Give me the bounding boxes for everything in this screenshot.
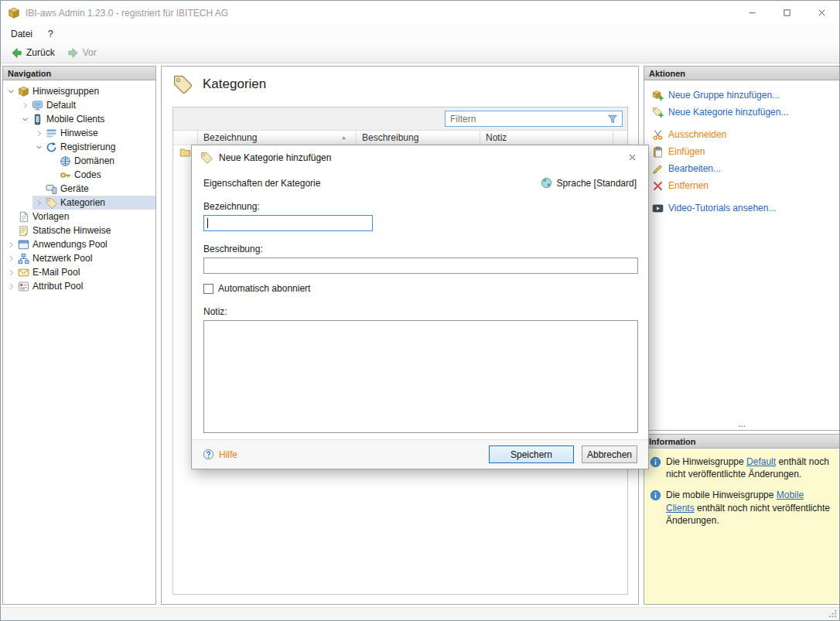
tree-item-mobile-clients[interactable]: Mobile Clients <box>19 112 155 126</box>
tree-item-codes[interactable]: Codes <box>46 168 155 182</box>
notiz-label: Notiz: <box>203 306 637 317</box>
column-header-filler <box>613 131 627 145</box>
bezeichnung-input[interactable] <box>203 215 373 231</box>
chevron-right-icon[interactable] <box>19 99 32 111</box>
save-button[interactable]: Speichern <box>489 445 574 463</box>
mobile-icon <box>32 114 43 125</box>
action-ausschneiden[interactable]: Ausschneiden <box>652 126 839 143</box>
chevron-down-icon[interactable] <box>5 85 18 97</box>
tree-item-kategorien[interactable]: Kategorien <box>32 196 155 210</box>
page-title: Kategorien <box>203 77 266 92</box>
filter-input[interactable] <box>446 114 603 125</box>
filter-icon[interactable] <box>607 114 618 125</box>
grid-header: BezeichnungBeschreibungNotiz <box>173 131 627 145</box>
tree-item-label: Hinweise <box>60 128 98 138</box>
chevron-right-icon[interactable] <box>5 238 18 251</box>
help-link[interactable]: Hilfe <box>203 449 237 460</box>
info-note: Die mobile Hinweisgruppe Mobile Clients … <box>650 489 834 527</box>
chevron-right-icon[interactable] <box>5 280 18 292</box>
beschreibung-input[interactable] <box>203 258 638 274</box>
column-header-notiz[interactable]: Notiz <box>480 131 613 145</box>
tree-item-vorlagen[interactable]: Vorlagen <box>5 210 155 223</box>
actions-panel: Aktionen Neue Gruppe hinzufügen...Neue K… <box>644 66 840 431</box>
tree-item-label: Domänen <box>74 155 114 166</box>
info-text-segment: Die mobile Hinweisgruppe <box>666 490 777 500</box>
menu-bar: Datei ? <box>1 25 839 43</box>
minimize-icon <box>747 8 757 18</box>
automatisch-abonniert-label: Automatisch abonniert <box>218 283 310 294</box>
maximize-button[interactable] <box>770 1 804 25</box>
cancel-button[interactable]: Abbrechen <box>582 445 637 463</box>
minimize-button[interactable] <box>735 1 770 25</box>
column-header-bezeichnung[interactable]: Bezeichnung <box>198 131 357 145</box>
column-header-icon[interactable] <box>173 131 198 145</box>
chevron-down-icon[interactable] <box>19 113 32 125</box>
help-label: Hilfe <box>219 449 237 460</box>
chevron-right-icon[interactable] <box>5 266 18 278</box>
action-bearbeiten[interactable]: Bearbeiten... <box>652 160 839 177</box>
action-neue-gruppe-hinzufügen[interactable]: Neue Gruppe hinzufügen... <box>652 87 839 104</box>
action-einfügen[interactable]: Einfügen <box>652 143 839 160</box>
folder-icon <box>179 147 191 159</box>
group-icon <box>18 86 29 97</box>
help-icon <box>203 449 214 460</box>
info-icon <box>650 490 661 501</box>
actions-list: Neue Gruppe hinzufügen...Neue Kategorie … <box>644 80 839 217</box>
action-label: Neue Kategorie hinzufügen... <box>668 107 788 118</box>
tree-item-attribut-pool[interactable]: Attribut Pool <box>5 279 155 293</box>
info-link[interactable]: Default <box>746 456 776 467</box>
chevron-right-icon[interactable] <box>5 252 18 264</box>
expander-spacer <box>5 210 18 223</box>
tree-item-domänen[interactable]: Domänen <box>46 154 155 168</box>
window-controls <box>735 1 839 25</box>
tree-item-geräte[interactable]: Geräte <box>32 182 155 196</box>
tree-item-label: Mobile Clients <box>46 114 104 125</box>
forward-button[interactable]: Vor <box>62 46 102 60</box>
device-icon <box>46 183 57 195</box>
chevron-down-icon[interactable] <box>32 141 46 153</box>
notiz-input[interactable] <box>203 320 638 433</box>
chevron-right-icon[interactable] <box>32 127 46 139</box>
tree-item-anwendungs-pool[interactable]: Anwendungs Pool <box>5 237 155 251</box>
column-header-beschreibung[interactable]: Beschreibung <box>357 131 480 145</box>
action-neue-kategorie-hinzufügen[interactable]: Neue Kategorie hinzufügen... <box>652 104 839 121</box>
info-note-text: Die Hinweisgruppe Default enthält noch n… <box>666 456 834 480</box>
back-button[interactable]: Zurück <box>5 46 60 60</box>
action-entfernen[interactable]: Entfernen <box>652 177 839 194</box>
text-caret <box>207 218 208 228</box>
tree-item-statische-hinweise[interactable]: Statische Hinweise <box>5 223 155 237</box>
tree-item-registrierung[interactable]: Registrierung <box>32 140 155 154</box>
network-icon <box>18 253 29 264</box>
dialog-title: Neue Kategorie hinzufügen <box>219 152 331 163</box>
menu-item-datei[interactable]: Datei <box>3 25 40 43</box>
automatisch-abonniert-checkbox[interactable] <box>203 284 213 294</box>
tree-item-label: Registrierung <box>60 142 115 152</box>
action-label: Neue Gruppe hinzufügen... <box>668 90 780 101</box>
chevron-right-icon[interactable] <box>32 196 46 209</box>
tree-item-e-mail-pool[interactable]: E-Mail Pool <box>5 265 155 279</box>
dialog-header: Neue Kategorie hinzufügen <box>192 145 648 169</box>
new-category-dialog: Neue Kategorie hinzufügen Eigenschaften … <box>191 145 649 469</box>
menu-item-help[interactable]: ? <box>40 25 61 43</box>
close-button[interactable] <box>804 1 839 25</box>
attribute-icon <box>18 281 29 292</box>
tree-item-netzwerk-pool[interactable]: Netzwerk Pool <box>5 251 155 265</box>
tree-item-hinweise[interactable]: Hinweise <box>32 126 155 140</box>
language-selector[interactable]: Sprache [Standard] <box>541 177 637 189</box>
dialog-close-button[interactable] <box>622 148 642 167</box>
resize-grip-icon[interactable] <box>828 609 838 619</box>
tree-item-default[interactable]: Default <box>19 98 155 112</box>
actions-overflow[interactable]: ... <box>644 419 839 429</box>
tree-item-label: Statische Hinweise <box>32 225 111 236</box>
add-category-icon <box>652 107 664 118</box>
action-group: AusschneidenEinfügenBearbeiten...Entfern… <box>652 126 839 194</box>
sort-asc-icon <box>340 134 348 142</box>
action-video-tutorials-ansehen[interactable]: Video-Tutorials ansehen... <box>652 200 839 217</box>
information-panel: Information Die Hinweisgruppe Default en… <box>644 434 840 605</box>
expander-spacer <box>46 169 60 181</box>
app-icon <box>8 7 20 19</box>
actions-header: Aktionen <box>644 67 839 80</box>
tree-item-hinweisgruppen[interactable]: Hinweisgruppen <box>5 84 155 98</box>
expander-spacer <box>46 155 60 167</box>
hint-icon <box>46 128 57 139</box>
